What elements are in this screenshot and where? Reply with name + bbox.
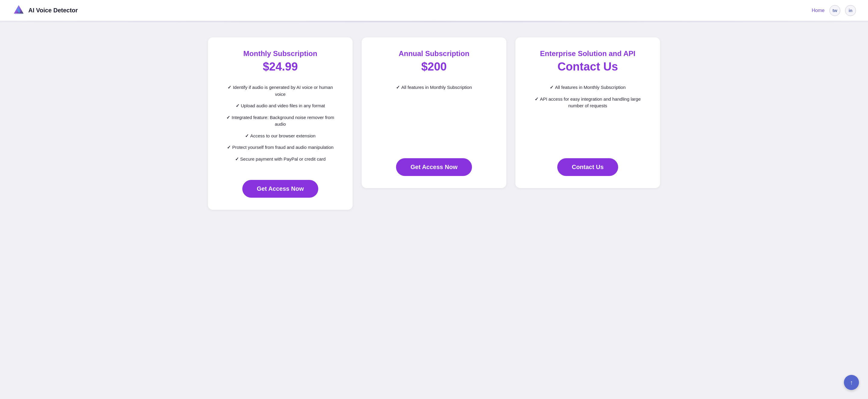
annual-cta-button[interactable]: Get Access Now xyxy=(396,158,472,176)
list-item: Upload audio and video files in any form… xyxy=(219,100,342,112)
nav-area: Home tw in xyxy=(812,5,856,16)
logo-icon xyxy=(12,4,25,17)
logo-text: AI Voice Detector xyxy=(28,7,78,14)
annual-card: Annual Subscription $200 All features in… xyxy=(362,37,506,188)
list-item: Protect yourself from fraud and audio ma… xyxy=(219,142,342,153)
monthly-title: Monthly Subscription xyxy=(243,50,317,58)
list-item: Secure payment with PayPal or credit car… xyxy=(219,153,342,165)
scroll-top-button[interactable]: ↑ xyxy=(844,375,859,390)
logo-area: AI Voice Detector xyxy=(12,4,78,17)
list-item: API access for easy integration and hand… xyxy=(526,93,649,112)
nav-home-link[interactable]: Home xyxy=(812,8,825,13)
list-item: Identify if audio is generated by AI voi… xyxy=(219,82,342,100)
monthly-cta-button[interactable]: Get Access Now xyxy=(242,180,318,198)
enterprise-title: Enterprise Solution and API xyxy=(540,50,635,58)
list-item: Access to our browser extension xyxy=(219,130,342,142)
monthly-features: Identify if audio is generated by AI voi… xyxy=(219,82,342,174)
twitter-button[interactable]: tw xyxy=(830,5,840,16)
monthly-price: $24.99 xyxy=(263,60,298,73)
list-item: Integrated feature: Background noise rem… xyxy=(219,112,342,130)
annual-price: $200 xyxy=(421,60,447,73)
scroll-top-icon: ↑ xyxy=(850,379,853,386)
enterprise-features: All features in Monthly Subscription API… xyxy=(526,82,649,121)
annual-title: Annual Subscription xyxy=(399,50,470,58)
header: AI Voice Detector Home tw in xyxy=(0,0,868,21)
enterprise-price: Contact Us xyxy=(558,60,618,73)
linkedin-button[interactable]: in xyxy=(845,5,856,16)
enterprise-card: Enterprise Solution and API Contact Us A… xyxy=(516,37,660,188)
annual-features: All features in Monthly Subscription xyxy=(373,82,495,102)
list-item: All features in Monthly Subscription xyxy=(526,82,649,93)
monthly-card: Monthly Subscription $24.99 Identify if … xyxy=(208,37,352,210)
main-content: Monthly Subscription $24.99 Identify if … xyxy=(0,22,868,225)
enterprise-cta-button[interactable]: Contact Us xyxy=(557,158,618,176)
list-item: All features in Monthly Subscription xyxy=(373,82,495,93)
